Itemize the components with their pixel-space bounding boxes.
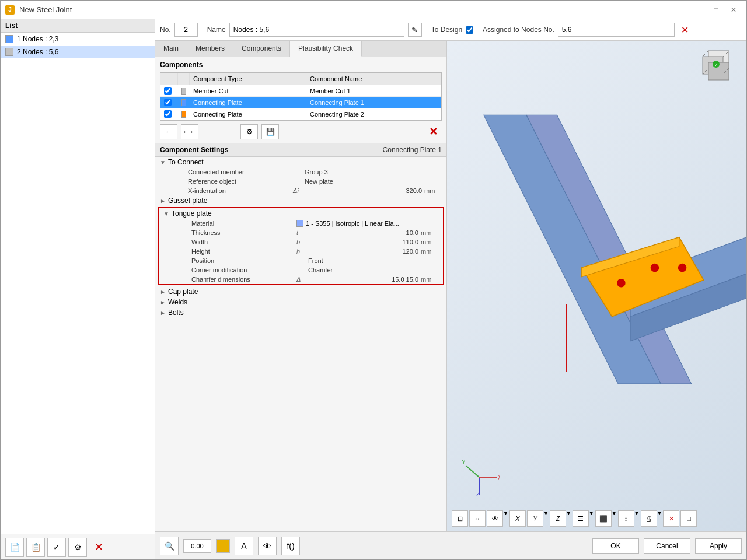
no-field-group: No. <box>160 23 198 37</box>
check-button[interactable]: ✓ <box>47 538 66 556</box>
comp-name-2: Connecting Plate 1 <box>306 97 441 108</box>
view-btn-render[interactable]: ⬛ <box>595 510 612 527</box>
comp-type-1: Member Cut <box>190 85 306 96</box>
view-btn-y[interactable]: Y <box>527 510 543 527</box>
comp-check-2[interactable] <box>160 97 178 108</box>
window-title: New Steel Joint <box>19 5 72 14</box>
view-btn-x[interactable]: X <box>509 510 526 527</box>
view-btn-grid[interactable]: ☰ <box>573 510 589 527</box>
to-design-label: To Design <box>431 26 462 34</box>
view-btn-home[interactable]: ⊡ <box>452 510 468 527</box>
title-bar-controls: – □ ✕ <box>690 4 742 16</box>
expand-tongue: ▼ <box>163 211 172 217</box>
settings-subtitle: Connecting Plate 1 <box>383 146 442 154</box>
tt-btn-3[interactable]: ⚙ <box>240 124 258 139</box>
welds-label: Welds <box>168 298 187 306</box>
minimize-button[interactable]: – <box>690 4 707 16</box>
name-input[interactable] <box>229 23 404 37</box>
add-button[interactable]: 📄 <box>5 538 24 556</box>
prop-sym-height: h <box>296 248 308 255</box>
right-area: No. Name ✎ To Design Assigned to Nodes N… <box>155 19 746 559</box>
cap-label: Cap plate <box>168 288 198 296</box>
cancel-button[interactable]: Cancel <box>644 538 690 554</box>
tree-row-gusset[interactable]: ► Gusset plate <box>155 195 446 206</box>
expand-gusset: ► <box>160 198 168 204</box>
ok-button[interactable]: OK <box>592 538 639 554</box>
prop-unit-width: mm <box>421 239 438 246</box>
comp-checkbox-2[interactable] <box>164 99 172 106</box>
close-button[interactable]: ✕ <box>725 4 742 16</box>
bottom-tool-view[interactable]: 👁 <box>258 537 277 555</box>
components-title: Components <box>155 57 446 72</box>
assigned-input[interactable] <box>558 23 675 37</box>
tab-plausibility[interactable]: Plausibility Check <box>290 41 362 57</box>
comp-checkbox-3[interactable] <box>164 110 172 118</box>
tree-row-to-connect[interactable]: ▼ To Connect <box>155 157 446 167</box>
color-box-3 <box>181 111 186 118</box>
view-btn-z[interactable]: Z <box>550 510 566 527</box>
view-btn-print[interactable]: 🖨 <box>641 510 657 527</box>
prop-position: Position Front <box>170 256 443 265</box>
view-btn-close[interactable]: ✕ <box>663 510 679 527</box>
maximize-button[interactable]: □ <box>708 4 724 16</box>
left-panel: List 1 Nodes : 2,3 2 Nodes : 5,6 📄 📋 ✓ ⚙… <box>1 19 155 559</box>
comp-row-3[interactable]: Connecting Plate Connecting Plate 2 <box>160 108 441 120</box>
apply-button[interactable]: Apply <box>695 538 742 554</box>
comp-color-2 <box>178 97 190 108</box>
title-bar: J New Steel Joint – □ ✕ <box>1 1 746 19</box>
tab-main[interactable]: Main <box>155 41 187 57</box>
comp-check-1[interactable] <box>160 85 178 96</box>
svg-point-17 <box>678 264 687 272</box>
tt-btn-1[interactable]: ← <box>160 124 177 139</box>
list-item-selected[interactable]: 2 Nodes : 5,6 <box>1 46 155 58</box>
3d-view[interactable]: ✓ <box>447 41 746 531</box>
tree-row-welds[interactable]: ► Welds <box>155 297 446 307</box>
prop-sym-width: b <box>296 239 308 246</box>
view-btn-fullscreen[interactable]: □ <box>680 510 697 527</box>
prop-label-chamfer: Chamfer dimensions <box>191 276 296 283</box>
comp-check-3[interactable] <box>160 108 178 120</box>
bottom-right-buttons: OK Cancel Apply <box>592 538 742 554</box>
tree-section: ▼ To Connect Connected member Group 3 <box>155 157 446 318</box>
material-text: 1 - S355 | Isotropic | Linear Ela... <box>306 220 399 227</box>
material-color-box <box>296 220 303 227</box>
list-item[interactable]: 1 Nodes : 2,3 <box>1 33 155 46</box>
comp-header: Component Type Component Name <box>160 73 441 85</box>
view-btn-nav[interactable]: ↔ <box>469 510 486 527</box>
comp-row-2[interactable]: Connecting Plate Connecting Plate 1 <box>160 97 441 108</box>
bottom-tool-text[interactable]: A <box>235 537 253 555</box>
tree-row-tongue[interactable]: ▼ Tongue plate <box>159 208 443 219</box>
tt-btn-4[interactable]: 💾 <box>261 124 279 139</box>
expand-welds: ► <box>160 299 168 306</box>
prop-unit-thickness: mm <box>421 229 438 236</box>
tt-delete-button[interactable]: ✕ <box>424 124 442 139</box>
tree-row-bolts[interactable]: ► Bolts <box>155 307 446 318</box>
tab-components[interactable]: Components <box>233 41 290 57</box>
bottom-color-box[interactable] <box>216 539 230 553</box>
tab-members[interactable]: Members <box>187 41 233 57</box>
main-content: List 1 Nodes : 2,3 2 Nodes : 5,6 📄 📋 ✓ ⚙… <box>1 19 746 559</box>
delete-button[interactable]: ✕ <box>89 538 108 556</box>
prop-val-position: Front <box>308 257 438 264</box>
svg-line-23 <box>466 466 479 477</box>
view-btn-eye[interactable]: 👁 <box>487 510 503 527</box>
tab-panel: Main Members Components Plausibility Che… <box>155 41 447 531</box>
settings-button[interactable]: ⚙ <box>68 538 87 556</box>
assigned-clear-button[interactable]: ✕ <box>678 23 692 37</box>
comp-checkbox-1[interactable] <box>164 87 172 94</box>
prop-x-indent: X-indentation Δi 320.0 mm <box>167 186 446 195</box>
tt-btn-2[interactable]: ←← <box>181 124 198 139</box>
to-design-checkbox[interactable] <box>466 26 473 34</box>
copy-button[interactable]: 📋 <box>26 538 45 556</box>
view-btn-scale[interactable]: ↕ <box>618 510 634 527</box>
no-input[interactable] <box>174 23 198 37</box>
name-edit-button[interactable]: ✎ <box>408 23 422 37</box>
comp-row-1[interactable]: Member Cut Member Cut 1 <box>160 85 441 97</box>
bottom-tool-func[interactable]: f() <box>281 537 300 555</box>
prop-width: Width b 110.0 mm <box>170 237 443 247</box>
top-bar: No. Name ✎ To Design Assigned to Nodes N… <box>155 19 746 41</box>
color-box-1 <box>181 88 186 94</box>
tree-row-cap[interactable]: ► Cap plate <box>155 286 446 297</box>
bottom-tool-1[interactable]: 🔍 <box>160 537 179 555</box>
bottom-number: 0.00 <box>183 539 211 553</box>
